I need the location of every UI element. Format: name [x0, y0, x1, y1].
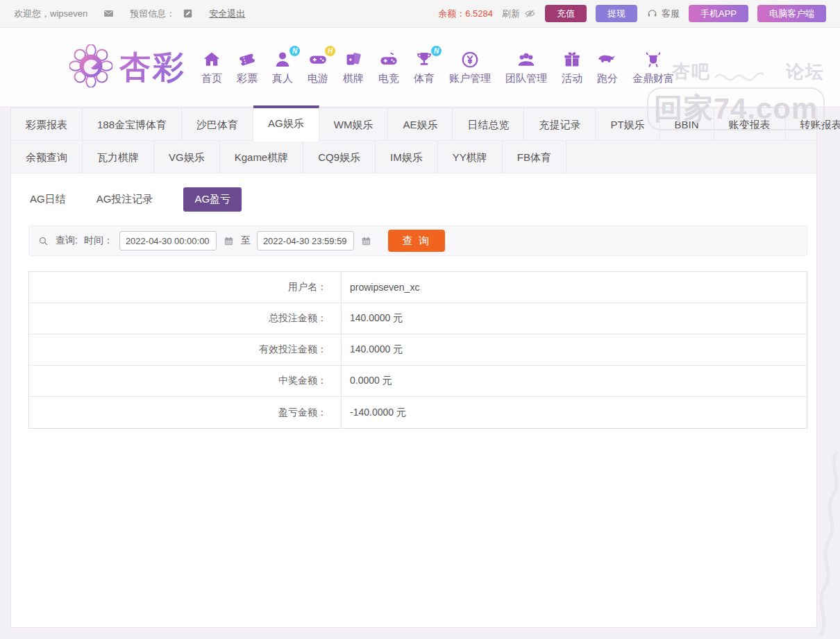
recharge-button[interactable]: 充值 — [545, 5, 587, 22]
withdraw-button[interactable]: 提现 — [596, 5, 637, 22]
row-value: 0.0000 元 — [342, 366, 392, 396]
trophy-icon: N — [414, 49, 435, 70]
esports-gamepad-icon — [378, 49, 399, 70]
eye-slash-icon[interactable] — [524, 8, 536, 19]
tab-ae-casino[interactable]: AE娱乐 — [388, 108, 453, 141]
between-label: 至 — [241, 235, 251, 247]
tab-transfer-report[interactable]: 转账报表 — [786, 108, 840, 141]
coin-icon — [460, 49, 480, 70]
brand[interactable]: 杏彩 — [69, 44, 186, 90]
nav-item-live-casino[interactable]: N 真人 — [272, 49, 293, 85]
tab-deposit-withdraw-records[interactable]: 充提记录 — [524, 108, 596, 141]
nav-item-sports[interactable]: N 体育 — [414, 49, 435, 85]
tab-wali-games[interactable]: 瓦力棋牌 — [83, 141, 154, 173]
tab-pt-casino[interactable]: PT娱乐 — [596, 108, 660, 141]
query-button[interactable]: 查 询 — [388, 230, 445, 252]
tab-kgame-games[interactable]: Kgame棋牌 — [220, 141, 304, 173]
table-row-winnings: 中奖金额： 0.0000 元 — [29, 366, 807, 397]
nav-item-esports[interactable]: 电竞 — [378, 49, 399, 85]
tab-yy-games[interactable]: YY棋牌 — [438, 141, 503, 173]
cards-icon — [343, 49, 364, 70]
mobile-app-button[interactable]: 手机APP — [689, 5, 748, 22]
headphones-icon — [646, 8, 658, 19]
report-table: 用户名： prowipseven_xc 总投注金额： 140.0000 元 有效… — [28, 271, 807, 429]
nav-item-egames[interactable]: H 电游 — [308, 49, 328, 85]
row-label: 有效投注金额： — [29, 334, 342, 365]
nav-label: 首页 — [201, 72, 222, 85]
pc-client-button[interactable]: 电脑客户端 — [757, 5, 826, 22]
tab-balance-query[interactable]: 余额查询 — [11, 141, 83, 173]
row-label: 盈亏金额： — [29, 397, 342, 428]
nav-label: 体育 — [414, 72, 435, 85]
nav-item-jinding-wealth[interactable]: 金鼎财富 — [632, 49, 674, 85]
tab-lottery-report[interactable]: 彩票报表 — [11, 108, 83, 141]
balance-label: 余额： — [438, 8, 465, 19]
nav-label: 跑分 — [597, 72, 618, 85]
row-value: -140.0000 元 — [342, 397, 406, 428]
nav-item-promotions[interactable]: 活动 — [562, 49, 582, 85]
row-value: 140.0000 元 — [342, 303, 403, 334]
logout-link[interactable]: 安全退出 — [209, 8, 245, 20]
nav-label: 团队管理 — [505, 72, 547, 85]
envelope-icon[interactable] — [103, 8, 115, 19]
tab-im-casino[interactable]: IM娱乐 — [376, 141, 438, 173]
edit-icon[interactable] — [182, 8, 194, 19]
tab-fb-sports[interactable]: FB体育 — [503, 141, 566, 173]
home-icon — [201, 49, 222, 70]
row-label: 中奖金额： — [29, 366, 342, 396]
tab-ag-casino[interactable]: AG娱乐 — [253, 105, 319, 142]
gamepad-icon: H — [308, 49, 328, 70]
tab-account-change-report[interactable]: 账变报表 — [714, 108, 786, 141]
topbar: 欢迎您，wipseven 预留信息： 安全退出 余额：6.5284 刷新 充值 … — [0, 0, 840, 28]
date-to-input[interactable] — [257, 231, 354, 250]
subtab-ag-daily[interactable]: AG日结 — [30, 193, 66, 206]
tab-cq9-casino[interactable]: CQ9娱乐 — [303, 141, 376, 173]
badge-h: H — [325, 46, 335, 56]
subtab-ag-bet-records[interactable]: AG投注记录 — [96, 193, 153, 206]
welcome-text: 欢迎您，wipseven — [14, 8, 87, 20]
table-row-valid-bet: 有效投注金额： 140.0000 元 — [29, 334, 807, 366]
nav-item-lottery[interactable]: 彩票 — [237, 49, 258, 85]
service-label: 客服 — [662, 8, 680, 20]
tabs-row-2: 余额查询 瓦力棋牌 VG娱乐 Kgame棋牌 CQ9娱乐 IM娱乐 YY棋牌 F… — [11, 141, 816, 173]
nav-label: 金鼎财富 — [632, 72, 674, 85]
flourish-icon — [712, 67, 766, 86]
reserved-info-label: 预留信息： — [130, 8, 175, 20]
nav-item-team-management[interactable]: 团队管理 — [505, 49, 547, 85]
nav-label: 彩票 — [237, 72, 258, 85]
subtabs: AG日结 AG投注记录 AG盈亏 — [11, 173, 816, 221]
balance-text: 余额：6.5284 — [438, 8, 493, 20]
date-from-input[interactable] — [119, 231, 217, 250]
brand-name: 杏彩 — [119, 46, 186, 88]
refresh-label: 刷新 — [502, 8, 520, 20]
person-icon: N — [272, 49, 293, 70]
search-icon — [37, 235, 49, 247]
nav-label: 账户管理 — [449, 72, 491, 85]
tab-wm-casino[interactable]: WM娱乐 — [319, 108, 389, 141]
tab-daily-summary[interactable]: 日结总览 — [453, 108, 524, 141]
nav-item-paofen[interactable]: 跑分 — [597, 49, 618, 85]
tab-shaba-sports[interactable]: 沙巴体育 — [182, 108, 253, 141]
topbar-left: 欢迎您，wipseven 预留信息： 安全退出 — [14, 8, 245, 20]
background-flourish-icon — [816, 445, 840, 639]
tab-vg-casino[interactable]: VG娱乐 — [154, 141, 220, 173]
tab-188-sports[interactable]: 188金宝博体育 — [83, 108, 182, 141]
row-label: 用户名： — [29, 272, 342, 303]
nav-item-home[interactable]: 首页 — [201, 49, 222, 85]
tripod-icon — [643, 49, 664, 70]
calendar-icon[interactable] — [360, 235, 372, 247]
query-label: 查询: — [56, 235, 78, 247]
nav-label: 真人 — [272, 72, 293, 85]
customer-service-link[interactable]: 客服 — [646, 8, 680, 20]
nav-item-account-management[interactable]: 账户管理 — [449, 49, 491, 85]
gift-icon — [562, 49, 582, 70]
refresh-link[interactable]: 刷新 — [502, 8, 536, 20]
watermark-text-left: 杏吧 — [672, 60, 711, 84]
calendar-icon[interactable] — [223, 235, 235, 247]
table-row-username: 用户名： prowipseven_xc — [29, 272, 807, 303]
tab-bbin[interactable]: BBIN — [660, 108, 714, 141]
nav-item-board-games[interactable]: 棋牌 — [343, 49, 364, 85]
nav-label: 电游 — [308, 72, 328, 85]
time-label: 时间： — [84, 235, 113, 247]
subtab-ag-profit-loss[interactable]: AG盈亏 — [183, 187, 242, 212]
